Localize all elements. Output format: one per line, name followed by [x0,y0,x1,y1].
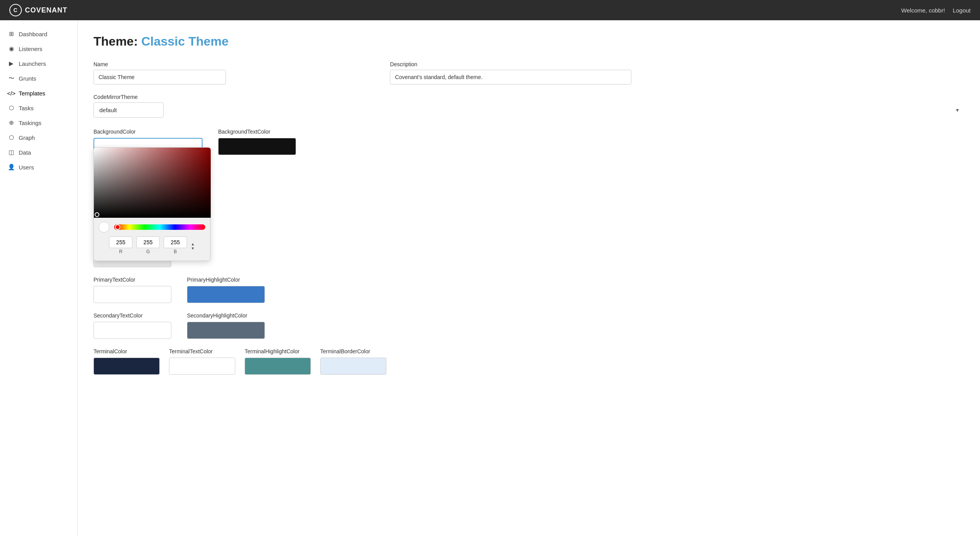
primary-highlight-color-group: PrimaryHighlightColor [187,277,265,303]
terminal-text-color-swatch[interactable] [169,358,235,375]
down-arrow-icon[interactable]: ▼ [191,246,195,250]
g-group: 255 G [136,236,160,254]
primary-highlight-color-label: PrimaryHighlightColor [187,277,265,283]
sidebar-item-label: Grunts [19,75,36,82]
sidebar-item-tasks[interactable]: ⬡ Tasks [0,100,78,115]
sidebar-item-label: Taskings [19,120,41,126]
main-layout: ⊞ Dashboard ◉ Listeners ▶ Launchers 〜 Gr… [0,20,980,536]
primary-text-color-swatch[interactable] [93,286,171,303]
codemirror-group: CodeMirrorTheme default monokai dracula … [93,94,964,118]
welcome-text: Welcome, cobbr! [901,7,945,14]
listeners-icon: ◉ [8,45,15,52]
sidebar-item-label: Launchers [19,60,46,67]
name-input[interactable] [93,70,226,85]
secondary-text-color-label: SecondaryTextColor [93,312,171,319]
rgb-spinner-arrows[interactable]: ▲ ▼ [191,242,195,250]
top-nav: C COVENANT Welcome, cobbr! Logout [0,0,980,20]
terminal-border-color-swatch[interactable] [320,358,386,375]
r-group: 255 R [109,236,132,254]
rgb-row: 255 R 255 G 255 B ▲ ▼ [94,234,210,254]
background-text-color-group: BackgroundTextColor [218,129,296,155]
dashboard-icon: ⊞ [8,30,15,37]
sidebar-item-users[interactable]: 👤 Users [0,160,78,175]
secondary-highlight-color-swatch[interactable] [187,322,265,339]
sidebar-item-launchers[interactable]: ▶ Launchers [0,56,78,71]
terminal-highlight-color-label: TerminalHighlightColor [245,348,311,354]
terminal-highlight-color-swatch[interactable] [245,358,311,375]
hue-preview-circle [99,222,109,233]
codemirror-dropdown-wrapper: default monokai dracula material solariz… [93,102,964,118]
b-input[interactable]: 255 [164,236,187,248]
logo-text: COVENANT [25,6,67,14]
sidebar-item-label: Graph [19,134,35,141]
graph-icon: ⬡ [8,134,15,141]
title-prefix: Theme: [93,34,141,48]
logo-icon: C [9,4,22,16]
secondary-text-color-group: SecondaryTextColor [93,312,171,339]
description-group: Description [390,61,964,85]
templates-icon: </> [8,90,15,97]
color-gradient-dark [94,148,211,218]
sidebar-item-listeners[interactable]: ◉ Listeners [0,41,78,56]
topnav-right: Welcome, cobbr! Logout [901,7,971,14]
tasks-icon: ⬡ [8,104,15,111]
terminal-color-label: TerminalColor [93,348,160,354]
sidebar-item-dashboard[interactable]: ⊞ Dashboard [0,26,78,41]
name-group: Name [93,61,381,85]
color-row-3: PrimaryTextColor PrimaryHighlightColor [93,277,964,303]
launchers-icon: ▶ [8,60,15,67]
sidebar-item-data[interactable]: ◫ Data [0,145,78,160]
color-canvas[interactable] [94,148,211,218]
background-color-group: BackgroundColor [93,129,203,152]
up-arrow-icon[interactable]: ▲ [191,242,195,246]
sidebar-item-label: Dashboard [19,31,47,37]
hue-thumb[interactable] [115,224,120,230]
terminal-border-color-group: TerminalBorderColor [320,348,386,375]
color-row-2: SidebarColor [93,241,964,267]
name-label: Name [93,61,381,67]
secondary-highlight-color-label: SecondaryHighlightColor [187,312,265,319]
terminal-text-color-group: TerminalTextColor [169,348,235,375]
b-label: B [174,249,177,254]
terminal-color-swatch[interactable] [93,358,160,375]
color-picker-handle[interactable] [95,212,99,217]
background-text-color-swatch[interactable] [218,138,296,155]
logout-button[interactable]: Logout [953,7,971,14]
terminal-text-color-label: TerminalTextColor [169,348,235,354]
sidebar-item-templates[interactable]: </> Templates [0,86,78,100]
terminal-border-color-label: TerminalBorderColor [320,348,386,354]
color-row-1: BackgroundColor [93,129,964,155]
terminal-highlight-color-group: TerminalHighlightColor [245,348,311,375]
sidebar-item-grunts[interactable]: 〜 Grunts [0,71,78,86]
sidebar-item-label: Tasks [19,105,33,111]
sidebar-item-taskings[interactable]: ⊕ Taskings [0,115,78,130]
codemirror-select[interactable]: default monokai dracula material solariz… [93,102,164,118]
terminal-color-group: TerminalColor [93,348,160,375]
g-input[interactable]: 255 [136,236,160,248]
sidebar-item-graph[interactable]: ⬡ Graph [0,130,78,145]
color-row-4: SecondaryTextColor SecondaryHighlightCol… [93,312,964,339]
sidebar-item-label: Users [19,164,34,171]
description-label: Description [390,61,964,67]
title-accent: Classic Theme [141,34,229,48]
sidebar-item-label: Data [19,149,31,156]
dropdown-arrow-icon: ▼ [955,108,960,113]
hue-slider[interactable] [114,224,205,230]
taskings-icon: ⊕ [8,119,15,126]
sidebar: ⊞ Dashboard ◉ Listeners ▶ Launchers 〜 Gr… [0,20,78,536]
secondary-highlight-color-group: SecondaryHighlightColor [187,312,265,339]
b-group: 255 B [164,236,187,254]
primary-text-color-label: PrimaryTextColor [93,277,171,283]
grunts-icon: 〜 [8,75,15,82]
logo: C COVENANT [9,4,67,16]
r-input[interactable]: 255 [109,236,132,248]
primary-highlight-color-swatch[interactable] [187,286,265,303]
main-content: Theme: Classic Theme Name Description Co… [78,20,980,536]
page-title: Theme: Classic Theme [93,34,964,49]
description-input[interactable] [390,70,631,85]
secondary-text-color-swatch[interactable] [93,322,171,339]
primary-text-color-group: PrimaryTextColor [93,277,171,303]
codemirror-label: CodeMirrorTheme [93,94,964,100]
background-text-color-label: BackgroundTextColor [218,129,296,135]
g-label: G [146,249,150,254]
